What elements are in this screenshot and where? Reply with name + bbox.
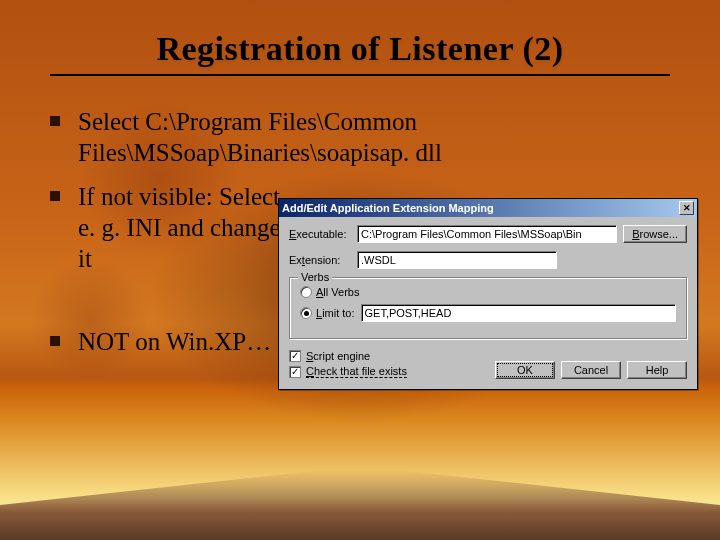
all-verbs-label: All Verbs	[316, 286, 359, 298]
check-file-exists-checkbox[interactable]: ✓	[289, 366, 301, 378]
check-file-exists-label: Check that file exists	[306, 365, 407, 378]
verbs-group: Verbs All Verbs Limit to:	[289, 277, 687, 339]
ok-button[interactable]: OK	[495, 361, 555, 379]
close-icon[interactable]: ✕	[679, 201, 694, 215]
script-engine-checkbox[interactable]: ✓	[289, 350, 301, 362]
extension-mapping-dialog: Add/Edit Application Extension Mapping ✕…	[278, 198, 698, 390]
limit-to-label: Limit to:	[316, 307, 355, 319]
limit-to-radio[interactable]	[300, 307, 312, 319]
executable-label: Executable:	[289, 228, 351, 240]
extension-input[interactable]	[357, 251, 557, 269]
bullet-text: If not visible: Select e. g. INI and cha…	[78, 181, 298, 275]
browse-button[interactable]: Browse...	[623, 225, 687, 243]
bullet-text: Select C:\Program Files\Common Files\MSS…	[78, 106, 638, 169]
all-verbs-radio[interactable]	[300, 286, 312, 298]
limit-to-input[interactable]	[361, 304, 676, 322]
cancel-button[interactable]: Cancel	[561, 361, 621, 379]
script-engine-label: Script engine	[306, 350, 370, 362]
slide-title: Registration of Listener (2)	[50, 30, 670, 76]
dialog-title-text: Add/Edit Application Extension Mapping	[282, 202, 494, 214]
verbs-group-label: Verbs	[298, 271, 332, 283]
help-button[interactable]: Help	[627, 361, 687, 379]
bullet-icon	[50, 191, 60, 201]
bullet-icon	[50, 336, 60, 346]
bullet-item: Select C:\Program Files\Common Files\MSS…	[50, 106, 670, 169]
bullet-text: NOT on Win.XP…	[78, 326, 271, 357]
extension-label: Extension:	[289, 254, 351, 266]
executable-input[interactable]	[357, 225, 617, 243]
dialog-titlebar[interactable]: Add/Edit Application Extension Mapping ✕	[279, 199, 697, 217]
bullet-icon	[50, 116, 60, 126]
